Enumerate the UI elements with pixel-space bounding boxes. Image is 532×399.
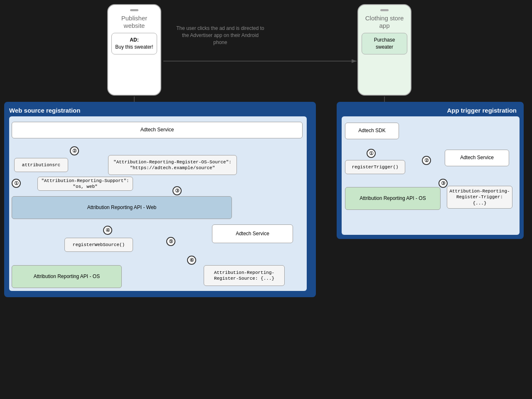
purchase-sweater-text: Purchase sweater (374, 37, 395, 50)
right-attribution-api-os-box: Attribution Reporting API - OS (345, 187, 441, 210)
publisher-phone-title: Publisher website (111, 15, 157, 30)
publisher-phone: Publisher website AD: Buy this sweater! (107, 4, 161, 96)
attribution-register-source-box: Attribution-Reporting-Register-Source: {… (204, 265, 285, 286)
arrow-label: The user clicks the ad and is directed t… (175, 25, 266, 46)
clothing-phone: Clothing store app Purchase sweater (357, 4, 411, 96)
right-adtech-service-box: Adtech Service (445, 150, 509, 166)
left-attribution-api-os-box: Attribution Reporting API - OS (12, 265, 122, 288)
left-step2: ② (70, 146, 79, 155)
left-adtech-service-bottom: Adtech Service (212, 224, 293, 243)
attribution-api-web-box: Attribution Reporting API - Web (12, 196, 232, 219)
register-trigger-box: registerTrigger() (345, 160, 405, 174)
clothing-phone-title: Clothing store app (362, 15, 407, 30)
main-container: Publisher website AD: Buy this sweater! … (0, 0, 532, 399)
ad-label: AD: (130, 37, 138, 43)
publisher-phone-content: AD: Buy this sweater! (111, 33, 157, 54)
left-step6: ⑥ (187, 256, 196, 265)
clothing-phone-content: Purchase sweater (362, 33, 407, 54)
left-adtech-service-top: Adtech Service (12, 122, 303, 138)
right-step3: ③ (438, 179, 448, 188)
right-panel-title: App trigger registration (342, 107, 519, 114)
left-step5: ⑤ (166, 237, 175, 246)
register-web-source-box: registerWebSource() (64, 238, 133, 252)
right-step2: ② (422, 156, 431, 165)
phone-notch (130, 9, 138, 11)
right-step1: ① (367, 149, 376, 158)
clothing-phone-notch (380, 9, 389, 11)
left-step1: ① (12, 179, 21, 188)
left-step4: ④ (103, 226, 112, 235)
attribution-register-trigger-box: Attribution-Reporting-Register-Trigger: … (447, 186, 512, 209)
adtech-sdk-box: Adtech SDK (345, 123, 399, 139)
left-panel-title: Web source registration (9, 107, 311, 114)
ad-text: Buy this sweater! (115, 44, 153, 50)
os-source-header-box: "Attribution-Reporting-Register-OS-Sourc… (108, 155, 237, 175)
support-header-box: "Attribution-Reporting-Support": "os, we… (37, 177, 133, 191)
left-step3: ③ (172, 186, 182, 195)
attributionsrc-box: attributionsrc (14, 158, 68, 172)
